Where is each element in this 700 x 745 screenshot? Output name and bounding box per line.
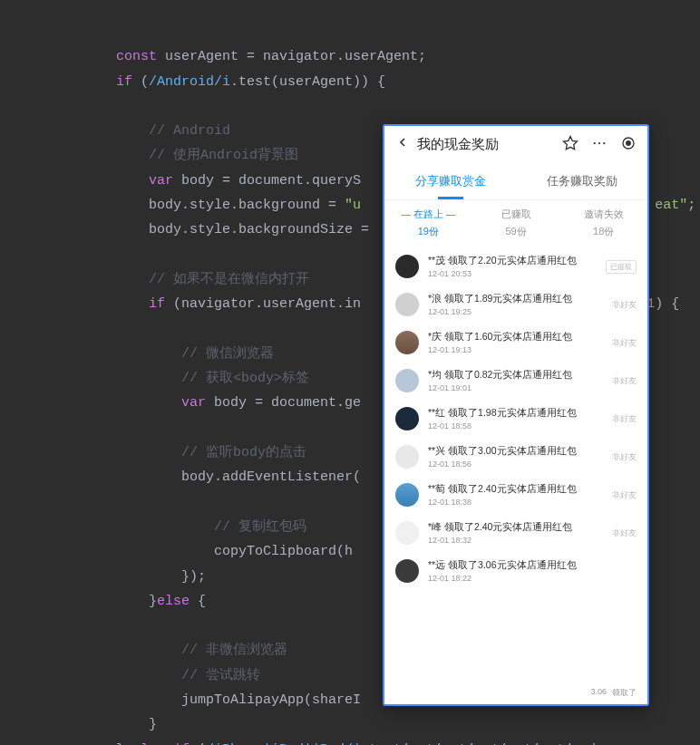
status-earned[interactable]: 已赚取 59份 (472, 208, 560, 238)
reward-time: 12-01 20:53 (428, 269, 597, 278)
list-item[interactable]: *均 领取了0.82元实体店通用红包 12-01 19:01 非好友 (395, 362, 637, 400)
list-item[interactable]: **兴 领取了3.00元实体店通用红包 12-01 18:56 非好友 (395, 438, 637, 476)
list-item[interactable]: **萄 领取了2.40元实体店通用红包 12-01 18:38 非好友 (395, 476, 637, 514)
list-item[interactable]: **远 领取了3.06元实体店通用红包 12-01 18:22 (395, 552, 637, 590)
list-item[interactable]: **茂 领取了2.20元实体店通用红包 12-01 20:53 已提取 (395, 247, 637, 285)
avatar (395, 255, 419, 278)
list-item[interactable]: **红 领取了1.98元实体店通用红包 12-01 18:58 非好友 (395, 400, 637, 438)
tab-share-reward[interactable]: 分享赚取赏金 (384, 162, 516, 199)
comment: // 尝试跳转 (181, 668, 260, 683)
comment: // 监听body的点击 (181, 445, 306, 460)
avatar (395, 407, 419, 431)
list-item[interactable]: *峰 领取了2.40元实体店通用红包 12-01 18:32 非好友 (395, 514, 637, 552)
comment: // 微信浏览器 (181, 346, 274, 362)
reward-text: **茂 领取了2.20元实体店通用红包 (428, 255, 597, 267)
svg-point-2 (598, 141, 600, 143)
list-item[interactable]: *庆 领取了1.60元实体店通用红包 12-01 19:13 非好友 (395, 324, 637, 362)
target-icon[interactable] (620, 135, 637, 154)
status-badge: 已提取 (606, 260, 637, 274)
page-title: 我的现金奖励 (417, 136, 562, 153)
comment: // Android (149, 123, 230, 139)
keyword-const: const (116, 49, 157, 64)
bottom-hint: 3.06领取了 (384, 685, 647, 704)
comment: // 获取<body>标签 (181, 371, 309, 386)
comment: // 如果不是在微信内打开 (149, 272, 309, 287)
avatar (395, 369, 419, 392)
status-onway[interactable]: — 在路上 — 19份 (384, 208, 472, 238)
svg-point-3 (603, 141, 605, 143)
svg-point-1 (594, 141, 596, 143)
comment: // 复制红包码 (214, 519, 306, 535)
reward-list: **茂 领取了2.20元实体店通用红包 12-01 20:53 已提取 *浪 领… (384, 247, 647, 685)
tag-nonfriend: 非好友 (612, 299, 637, 311)
status-row: — 在路上 — 19份 已赚取 59份 邀请失效 18份 (384, 200, 647, 247)
star-icon[interactable] (562, 135, 578, 154)
avatar (395, 445, 419, 469)
avatar (395, 559, 419, 583)
more-icon[interactable] (591, 135, 608, 154)
status-expired[interactable]: 邀请失效 18份 (559, 208, 647, 238)
avatar (395, 483, 419, 507)
avatar (395, 293, 419, 316)
phone-tabs: 分享赚取赏金 任务赚取奖励 (384, 162, 647, 200)
keyword-if: if (116, 74, 132, 90)
avatar (395, 331, 419, 354)
comment: // 使用Android背景图 (149, 148, 298, 163)
avatar (395, 521, 419, 545)
svg-point-5 (627, 140, 631, 145)
comment: // 非微信浏览器 (181, 643, 287, 658)
svg-marker-0 (564, 136, 578, 149)
back-button[interactable] (395, 135, 410, 154)
phone-header: 我的现金奖励 (384, 126, 647, 162)
phone-mockup: 我的现金奖励 分享赚取赏金 任务赚取奖励 — 在路上 — 19份 已赚取 59份… (383, 124, 649, 706)
list-item[interactable]: *浪 领取了1.89元实体店通用红包 12-01 19:25 非好友 (395, 285, 637, 324)
tab-task-reward[interactable]: 任务赚取奖励 (516, 162, 647, 199)
